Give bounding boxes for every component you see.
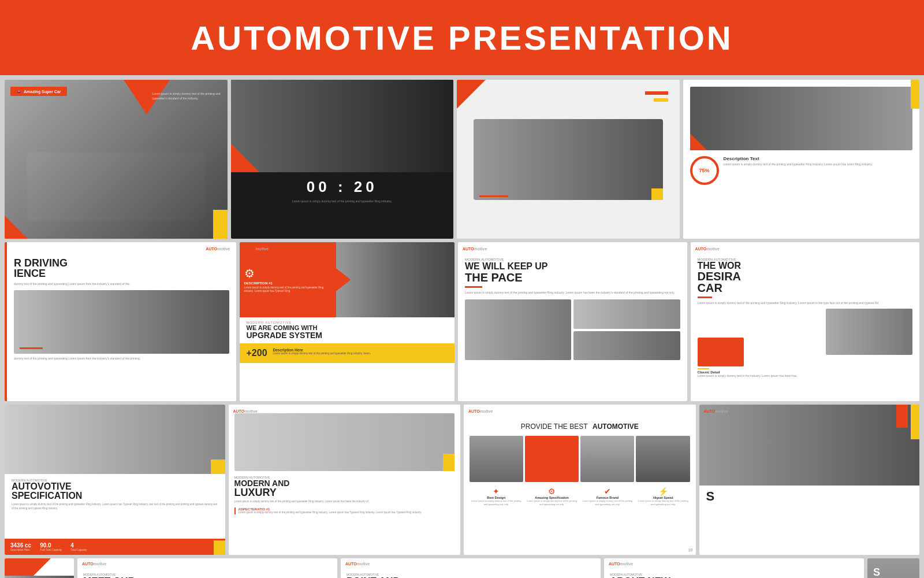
slide-3 xyxy=(457,80,680,239)
slide5-body2: dummy text of the printing and typesetti… xyxy=(14,357,229,361)
slide9-stat1-num: 3436 cc xyxy=(10,542,31,549)
page-title: AUTOMOTIVE PRESENTATION xyxy=(191,18,733,57)
slide-1: 🚗 Amazing Super Car Lorem ipsum is simpl… xyxy=(5,80,228,239)
slide-6: AUTOmotive ⚙ DESCRIPTION #1 Lorem ipsum … xyxy=(240,242,455,401)
slide-15: AUTOmotive Modern Automotive ABOUT NEW F… xyxy=(604,558,864,578)
speed-icon: ⚡ xyxy=(636,487,690,496)
slide10-body: Lorem ipsum is simply dummy text of the … xyxy=(234,500,455,504)
slide7-body: Lorem ipsum is simply dummy text of the … xyxy=(465,291,680,295)
header: AUTOMOTIVE PRESENTATION xyxy=(0,0,924,75)
slide11-f3-text: Lorem ipsum is simply dummy text of the … xyxy=(581,499,634,506)
slide10-title2: LUXURY xyxy=(234,487,455,498)
slide6-desc-text: Lorem ipsum is simply dummy text of the … xyxy=(244,286,332,294)
design-icon: ✦ xyxy=(470,487,523,496)
slide-4: 75% Description Text Lorem ipsum is simp… xyxy=(683,80,920,239)
car-icon: 🚗 xyxy=(16,89,21,94)
slide7-line2: THE PACE xyxy=(465,272,680,283)
slide-11: AUTOmotive PROVIDE THE BEST AUTOMOTIVE ✦… xyxy=(464,405,696,555)
slide5-title1: R DRIVING xyxy=(14,258,229,268)
slide11-page-num: 10 xyxy=(688,548,693,552)
slide11-title2: AUTOMOTIVE xyxy=(593,423,639,431)
slide12-label: S xyxy=(706,490,913,503)
slide11-f2-text: Lorem ipsum is simply dummy text of the … xyxy=(525,499,578,506)
gear-icon: ⚙ xyxy=(244,266,255,280)
slide9-stat3-lbl: Total Capacity xyxy=(70,549,87,551)
slide-9: Modern Automotive AUTOVOTIVE SPECIFICATI… xyxy=(5,405,225,555)
slide-12: AUTOmotive S xyxy=(699,405,920,555)
slide-13: AUTOmotive Modern Automotive MEET OUR TE… xyxy=(77,558,337,578)
slide-last-text: S… xyxy=(873,567,884,578)
slide-7: AUTOmotive Modern Automotive WE WILL KEE… xyxy=(458,242,687,401)
slide6-line2: UPGRADE SYSTEM xyxy=(247,331,448,340)
slide1-desc: Lorem ipsum is simply dummy text of the … xyxy=(152,91,222,101)
slide10-aspect-text: Lorem ipsum is simply dummy text of the … xyxy=(239,511,455,514)
slide2-timer: 00 : 20 xyxy=(237,178,448,196)
slide9-stat2-num: 90.0 xyxy=(40,542,62,549)
slide8-client-text: Lorem ipsum is simply dummy text in the … xyxy=(698,374,913,378)
slide-partial-left xyxy=(5,558,74,578)
slide6-desc-name: Description Here xyxy=(273,348,371,352)
brand-icon: ✔ xyxy=(581,487,634,496)
slide4-title: Description Text xyxy=(724,156,873,161)
slide-14: AUTOmotive Modern Automotive POINT AND G… xyxy=(341,558,601,578)
slide5-body1: dummy text of the printing and typesetti… xyxy=(14,282,229,287)
slide-10: AUTOmotive Modern Automotive MODERN AND … xyxy=(229,405,461,555)
slide11-title1: PROVIDE THE BEST xyxy=(521,423,588,431)
slide11-f1-text: Lorem ipsum is simply dummy text of the … xyxy=(470,499,523,506)
slide4-gauge: 75% xyxy=(690,156,719,185)
slide11-f4-text: Lorem ipsum is simply dummy text of the … xyxy=(636,499,690,506)
slide9-stat2-lbl: Fuel Tank Capacity xyxy=(40,549,62,551)
slide2-subtitle: Lorem ipsum is simply dummy text of the … xyxy=(237,199,448,203)
slide10-title1: MODERN AND xyxy=(234,479,455,487)
slide4-desc: Lorem ipsum is simply dummy text of the … xyxy=(724,162,873,167)
slide6-desc-label: DESCRIPTION #1 xyxy=(244,281,273,285)
slide8-line3: CAR xyxy=(698,282,913,294)
slide9-body: Lorem ipsum is simply dummy text of the … xyxy=(12,503,218,511)
slide9-stat1-lbl: Description Here xyxy=(10,549,31,551)
slide6-desc-body: Lorem ipsum is simply dummy text of the … xyxy=(273,352,371,356)
slide-2: 00 : 20 Lorem ipsum is simply dummy text… xyxy=(231,80,454,239)
slide9-title2: SPECIFICATION xyxy=(12,491,218,501)
slide5-title2: IENCE xyxy=(14,268,229,279)
slide-5: AUTOmotive R DRIVING IENCE dummy text of… xyxy=(5,242,236,401)
slide-8: AUTOmotive Modern Automotive THE WOR DES… xyxy=(691,242,920,401)
slide7-line1: WE WILL KEEP UP xyxy=(465,261,680,272)
spec-icon: ⚙ xyxy=(525,487,578,496)
slide-last-partial: S… xyxy=(867,558,919,578)
slide9-title1: AUTOVOTIVE xyxy=(12,482,218,491)
slide6-big-num: +200 xyxy=(247,348,267,358)
slide8-line2: DESIRA xyxy=(698,271,913,282)
slide8-body: Lorem ipsum is simply dummy text of the … xyxy=(698,301,913,306)
slide9-stat3-num: 4 xyxy=(70,542,87,549)
slide8-line1: THE WOR xyxy=(698,261,913,271)
slide1-badge: Amazing Super Car xyxy=(24,90,61,94)
